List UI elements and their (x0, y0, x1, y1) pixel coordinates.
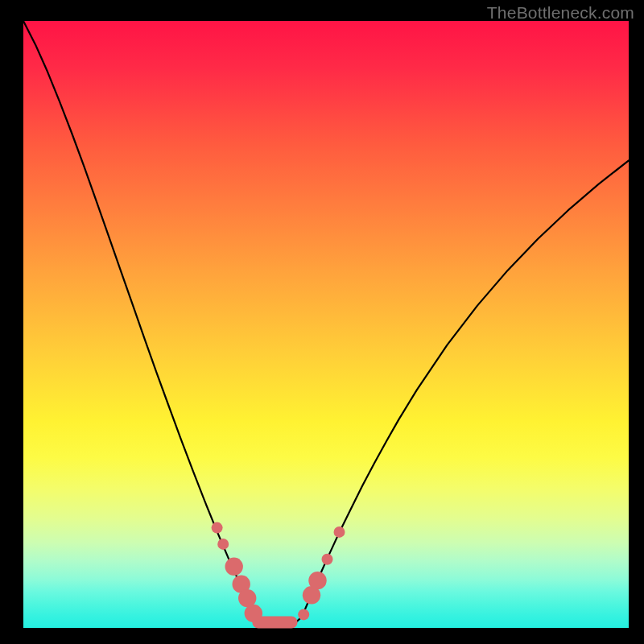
data-marker (298, 609, 309, 620)
data-marker (212, 522, 223, 534)
bottleneck-curve (23, 21, 629, 628)
chart-svg (23, 21, 629, 628)
chart-frame: TheBottleneck.com (0, 0, 644, 644)
data-marker (225, 558, 243, 576)
data-marker (322, 554, 333, 565)
watermark-text: TheBottleneck.com (487, 3, 634, 23)
data-markers (212, 522, 345, 623)
data-marker (308, 572, 326, 589)
data-marker (217, 539, 229, 550)
plot-area (23, 21, 629, 628)
data-marker (334, 526, 345, 538)
